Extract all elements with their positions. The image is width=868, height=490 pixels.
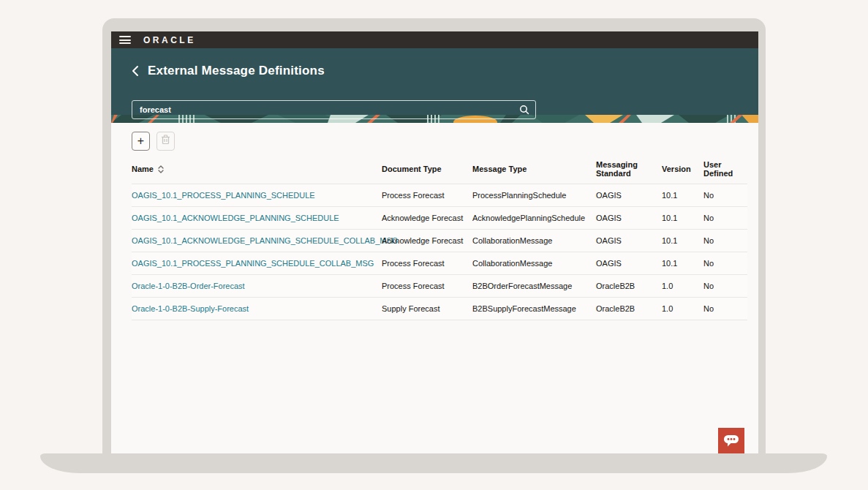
- sort-icon[interactable]: [158, 165, 164, 173]
- cell-user-defined: No: [703, 275, 747, 298]
- cell-document-type: Acknowledge Forecast: [382, 207, 472, 230]
- cell-messaging-standard: OracleB2B: [596, 275, 662, 298]
- cell-messaging-standard: OAGIS: [596, 184, 662, 207]
- chat-bubble-icon: [723, 433, 739, 450]
- cell-message-type: ProcessPlanningSchedule: [472, 184, 596, 207]
- main-content: + Name: [111, 123, 758, 453]
- message-name-link[interactable]: Oracle-1-0-B2B-Order-Forecast: [132, 282, 245, 290]
- laptop-frame: ORACLE External Message Definitions: [102, 18, 766, 453]
- app-window: ORACLE External Message Definitions: [111, 31, 758, 453]
- cell-version: 10.1: [662, 230, 703, 252]
- hamburger-menu-icon[interactable]: [119, 36, 131, 44]
- column-header-version: Version: [662, 157, 703, 184]
- message-name-link[interactable]: Oracle-1-0-B2B-Supply-Forecast: [132, 304, 249, 313]
- cell-version: 1.0: [662, 275, 703, 298]
- cell-user-defined: No: [703, 230, 747, 252]
- cell-document-type: Process Forecast: [382, 184, 472, 207]
- back-icon[interactable]: [132, 65, 143, 77]
- cell-message-type: CollaborationMessage: [472, 230, 596, 252]
- search-input[interactable]: [132, 100, 536, 119]
- table-row: OAGIS_10.1_PROCESS_PLANNING_SCHEDULE Pro…: [132, 184, 747, 207]
- cell-document-type: Acknowledge Forecast: [382, 230, 472, 252]
- message-name-link[interactable]: OAGIS_10.1_PROCESS_PLANNING_SCHEDULE: [132, 191, 315, 200]
- chat-button[interactable]: [718, 428, 744, 453]
- table-row: Oracle-1-0-B2B-Supply-Forecast Supply Fo…: [132, 298, 747, 320]
- table-row: OAGIS_10.1_PROCESS_PLANNING_SCHEDULE_COL…: [132, 252, 747, 275]
- cell-message-type: B2BSupplyForecastMessage: [472, 298, 596, 320]
- cell-user-defined: No: [703, 298, 747, 320]
- cell-messaging-standard: OracleB2B: [596, 298, 662, 320]
- cell-message-type: CollaborationMessage: [472, 252, 596, 275]
- trash-icon: [161, 135, 170, 148]
- table-row: OAGIS_10.1_ACKNOWLEDGE_PLANNING_SCHEDULE…: [132, 230, 747, 252]
- message-definitions-table: Name Document Type Message Type Messagin…: [132, 157, 747, 320]
- cell-version: 10.1: [662, 207, 703, 230]
- cell-user-defined: No: [703, 207, 747, 230]
- column-header-message-type: Message Type: [472, 157, 596, 184]
- cell-message-type: AcknowledgePlanningSchedule: [472, 207, 596, 230]
- cell-messaging-standard: OAGIS: [596, 230, 662, 252]
- page-title: External Message Definitions: [148, 64, 325, 78]
- laptop-base: [40, 453, 827, 473]
- cell-document-type: Supply Forecast: [382, 298, 472, 320]
- column-header-messaging-standard: Messaging Standard: [596, 157, 662, 184]
- search-icon[interactable]: [518, 104, 530, 116]
- cell-user-defined: No: [703, 252, 747, 275]
- cell-user-defined: No: [703, 184, 747, 207]
- table-toolbar: +: [132, 132, 758, 151]
- oracle-logo: ORACLE: [143, 35, 196, 45]
- cell-messaging-standard: OAGIS: [596, 207, 662, 230]
- message-name-link[interactable]: OAGIS_10.1_PROCESS_PLANNING_SCHEDULE_COL…: [132, 259, 374, 268]
- cell-document-type: Process Forecast: [382, 252, 472, 275]
- column-header-document-type: Document Type: [382, 157, 472, 184]
- message-name-link[interactable]: OAGIS_10.1_ACKNOWLEDGE_PLANNING_SCHEDULE: [132, 214, 339, 222]
- cell-version: 1.0: [662, 298, 703, 320]
- page-header: External Message Definitions: [111, 48, 758, 115]
- cell-document-type: Process Forecast: [382, 275, 472, 298]
- column-header-name[interactable]: Name: [132, 157, 382, 184]
- delete-button[interactable]: [156, 132, 175, 151]
- message-name-link[interactable]: OAGIS_10.1_ACKNOWLEDGE_PLANNING_SCHEDULE…: [132, 236, 398, 245]
- cell-version: 10.1: [662, 184, 703, 207]
- column-header-user-defined: User Defined: [703, 157, 747, 184]
- cell-version: 10.1: [662, 252, 703, 275]
- table-row: Oracle-1-0-B2B-Order-Forecast Process Fo…: [132, 275, 747, 298]
- table-header-row: Name Document Type Message Type Messagin…: [132, 157, 747, 184]
- table-row: OAGIS_10.1_ACKNOWLEDGE_PLANNING_SCHEDULE…: [132, 207, 747, 230]
- cell-message-type: B2BOrderForecastMessage: [472, 275, 596, 298]
- add-button[interactable]: +: [132, 132, 150, 151]
- cell-messaging-standard: OAGIS: [596, 252, 662, 275]
- top-bar: ORACLE: [111, 31, 758, 48]
